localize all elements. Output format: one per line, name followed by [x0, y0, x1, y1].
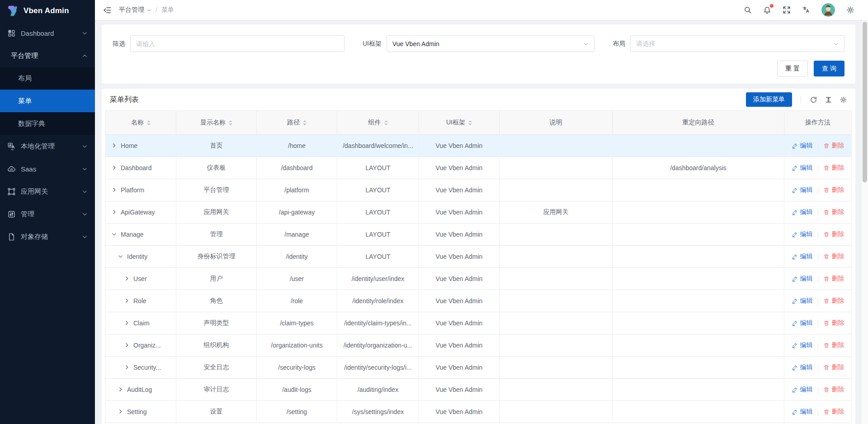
- table-row[interactable]: Identity 身份标识管理 /identity LAYOUT Vue Vbe…: [106, 246, 852, 268]
- delete-button[interactable]: 删除: [823, 275, 844, 283]
- table-row[interactable]: Manage 管理 /manage LAYOUT Vue Vben Admin …: [106, 224, 852, 246]
- chevron-right-icon[interactable]: [111, 187, 117, 193]
- edit-button[interactable]: 编辑: [792, 164, 813, 172]
- breadcrumb-item-platform[interactable]: 平台管理: [119, 6, 151, 14]
- sidebar-item-6[interactable]: 对象存储: [0, 225, 95, 248]
- edit-button[interactable]: 编辑: [792, 319, 813, 327]
- delete-button[interactable]: 删除: [823, 252, 844, 261]
- sidebar-item-0[interactable]: Dashboard: [0, 22, 95, 44]
- delete-button[interactable]: 删除: [823, 408, 844, 416]
- pencil-icon: [792, 298, 798, 304]
- table-row[interactable]: Setting 设置 /setting /sys/settings/index …: [106, 401, 852, 423]
- row-height-icon[interactable]: [825, 96, 832, 104]
- delete-button[interactable]: 删除: [823, 297, 844, 305]
- sort-carets-icon[interactable]: [468, 120, 472, 125]
- delete-button[interactable]: 删除: [823, 208, 844, 216]
- table-row[interactable]: ApiGateway 应用网关 /api-gateway LAYOUT Vue …: [106, 201, 852, 224]
- edit-button[interactable]: 编辑: [792, 386, 813, 394]
- notification-bell-icon[interactable]: [763, 6, 771, 14]
- table-row[interactable]: User 用户 /user /identity/user/index Vue V…: [106, 268, 852, 290]
- sort-carets-icon[interactable]: [303, 120, 307, 125]
- delete-button[interactable]: 删除: [823, 164, 844, 172]
- table-row[interactable]: Dashboard 仪表板 /dashboard LAYOUT Vue Vben…: [106, 157, 852, 179]
- chevron-right-icon[interactable]: [111, 209, 117, 215]
- logo[interactable]: Vben Admin: [0, 0, 95, 22]
- cell-ui-framework: Vue Vben Admin: [419, 357, 500, 379]
- chevron-right-icon[interactable]: [124, 298, 130, 304]
- sidebar-collapse-icon[interactable]: [103, 6, 112, 14]
- edit-button[interactable]: 编辑: [792, 208, 813, 216]
- delete-button[interactable]: 删除: [823, 341, 844, 349]
- chevron-right-icon[interactable]: [118, 386, 123, 392]
- table-row[interactable]: Home 首页 /home /dashboard/welcome/in... V…: [106, 135, 852, 157]
- edit-button[interactable]: 编辑: [792, 252, 813, 261]
- delete-button[interactable]: 删除: [823, 142, 844, 150]
- chevron-down-icon[interactable]: [111, 231, 117, 237]
- column-header-1[interactable]: 显示名称: [176, 111, 257, 135]
- ui-framework-select[interactable]: Vue Vben Admin: [387, 35, 594, 52]
- column-header-4[interactable]: UI框架: [419, 111, 500, 135]
- sort-carets-icon[interactable]: [147, 120, 151, 125]
- edit-button[interactable]: 编辑: [792, 408, 813, 416]
- table-tools: 添加新菜单: [746, 92, 847, 107]
- refresh-icon[interactable]: [810, 96, 817, 104]
- reset-button[interactable]: 重 置: [777, 61, 808, 76]
- delete-button[interactable]: 删除: [823, 186, 844, 194]
- scrollbar-thumb[interactable]: [863, 22, 867, 182]
- edit-button[interactable]: 编辑: [792, 297, 813, 305]
- fullscreen-icon[interactable]: [783, 6, 791, 14]
- table-row[interactable]: Organiz... 组织机构 /organization-units /ide…: [106, 334, 852, 357]
- window-scrollbar[interactable]: [861, 20, 868, 424]
- sidebar-item-1[interactable]: 平台管理: [0, 44, 95, 67]
- delete-button[interactable]: 删除: [823, 386, 844, 394]
- column-header-2[interactable]: 路径: [257, 111, 337, 135]
- sidebar-subitem-1-0[interactable]: 布局: [0, 67, 95, 90]
- sidebar-item-3[interactable]: Saas: [0, 157, 95, 180]
- sidebar-item-4[interactable]: 应用网关: [0, 180, 95, 203]
- query-button[interactable]: 查 询: [814, 61, 844, 76]
- cell-name: Platform: [106, 179, 176, 201]
- chevron-right-icon[interactable]: [111, 165, 117, 171]
- sidebar-item-5[interactable]: 管理: [0, 203, 95, 225]
- pencil-icon: [792, 253, 798, 260]
- search-icon[interactable]: [744, 6, 752, 14]
- add-menu-button[interactable]: 添加新菜单: [746, 92, 792, 107]
- layout-select[interactable]: 请选择: [630, 35, 844, 52]
- table-row[interactable]: AuditLog 审计日志 /audit-logs /auditing/inde…: [106, 379, 852, 401]
- action-divider: [818, 232, 818, 238]
- sidebar-item-2[interactable]: 本地化管理: [0, 135, 95, 157]
- cell-actions: 编辑删除: [784, 268, 852, 290]
- table-row[interactable]: Claim 声明类型 /claim-types /identity/claim-…: [106, 312, 852, 334]
- sort-carets-icon[interactable]: [229, 120, 232, 125]
- delete-button[interactable]: 删除: [823, 363, 844, 372]
- chevron-right-icon[interactable]: [118, 409, 123, 414]
- sort-carets-icon[interactable]: [384, 120, 388, 125]
- table-row[interactable]: Security... 安全日志 /security-logs /identit…: [106, 357, 852, 379]
- translate-icon[interactable]: [802, 6, 810, 14]
- sidebar-subitem-1-1[interactable]: 菜单: [0, 90, 95, 112]
- delete-button[interactable]: 删除: [823, 230, 844, 238]
- cell-ui-framework: Vue Vben Admin: [419, 401, 500, 423]
- chevron-right-icon[interactable]: [111, 143, 117, 148]
- table-row[interactable]: Role 角色 /role /identity/role/index Vue V…: [106, 290, 852, 312]
- edit-button[interactable]: 编辑: [792, 341, 813, 349]
- chevron-right-icon[interactable]: [124, 320, 130, 326]
- avatar[interactable]: [821, 3, 835, 17]
- edit-button[interactable]: 编辑: [792, 186, 813, 194]
- edit-button[interactable]: 编辑: [792, 275, 813, 283]
- settings-gear-icon[interactable]: [846, 6, 854, 14]
- chevron-right-icon[interactable]: [124, 342, 130, 348]
- column-header-0[interactable]: 名称: [106, 111, 176, 135]
- sidebar-subitem-1-2[interactable]: 数据字典: [0, 112, 95, 135]
- edit-button[interactable]: 编辑: [792, 363, 813, 372]
- chevron-down-icon[interactable]: [118, 253, 123, 259]
- chevron-right-icon[interactable]: [124, 276, 130, 281]
- filter-keyword-input[interactable]: [130, 35, 344, 52]
- edit-button[interactable]: 编辑: [792, 142, 813, 150]
- column-header-3[interactable]: 组件: [337, 111, 419, 135]
- table-row[interactable]: Platform 平台管理 /platform LAYOUT Vue Vben …: [106, 179, 852, 201]
- chevron-right-icon[interactable]: [124, 364, 130, 370]
- edit-button[interactable]: 编辑: [792, 230, 813, 238]
- delete-button[interactable]: 删除: [823, 319, 844, 327]
- table-settings-gear-icon[interactable]: [840, 96, 847, 104]
